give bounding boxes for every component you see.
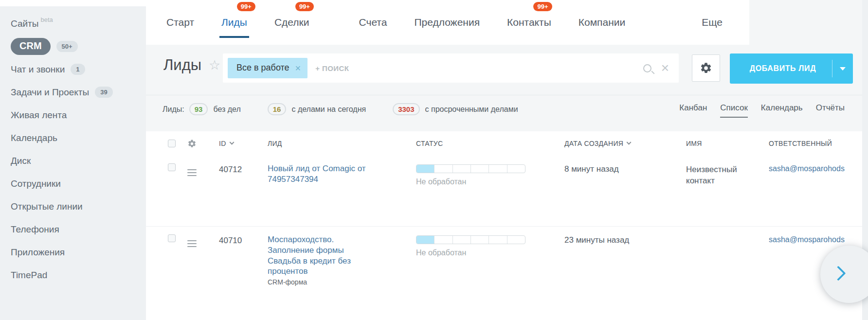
top-navigation: Старт 99+ Лиды 99+ Сделки Счета (146, 0, 749, 45)
sidebar-item-label: TimePad (11, 270, 47, 281)
column-header-id[interactable]: ID (219, 140, 226, 147)
sidebar-item-label: Приложения (11, 247, 65, 258)
search-filter-input[interactable]: Все в работе × + ПОИСК × (223, 53, 679, 83)
stat-count-pill[interactable]: 93 (189, 103, 208, 115)
view-tab[interactable]: Отчёты (816, 103, 845, 118)
nav-tab-label: Старт (166, 17, 194, 28)
sidebar-item-label: Открытые линии (11, 201, 83, 212)
nav-tab-label: Контакты (507, 17, 551, 28)
nav-tab-label: Компании (579, 17, 625, 28)
status-progress-bar (416, 235, 525, 244)
nav-tab-label: Лиды (221, 17, 247, 28)
sidebar-item[interactable]: Диск (0, 149, 146, 172)
nav-tab[interactable]: Компании (579, 0, 625, 45)
view-switcher: Канбан Список Календарь Отчёты (679, 103, 845, 118)
filter-chip[interactable]: Все в работе × (228, 58, 307, 78)
select-all-checkbox[interactable] (168, 140, 176, 147)
main-area: Старт 99+ Лиды 99+ Сделки Счета (146, 0, 862, 320)
row-menu-icon[interactable] (187, 169, 197, 176)
nav-tab[interactable]: Еще (702, 0, 732, 45)
row-checkbox[interactable] (168, 234, 176, 242)
search-icon[interactable] (643, 64, 651, 72)
clear-search-icon[interactable]: × (661, 61, 669, 75)
column-header-created[interactable]: ДАТА СОЗДАНИЯ (564, 140, 623, 147)
sidebar-item[interactable]: Сайты beta (0, 12, 146, 35)
sort-caret-icon[interactable] (627, 140, 632, 144)
column-header-responsible[interactable]: ОТВЕТСТВЕННЫЙ (769, 140, 832, 147)
sidebar-item-label: Живая лента (11, 110, 67, 121)
sort-caret-icon[interactable] (229, 140, 234, 144)
sidebar-item[interactable]: CRM 50+ (0, 35, 146, 58)
stat-item[interactable]: 3303 с просроченными делами (393, 103, 518, 115)
table-row: 40712 Новый лид от Comagic от 7495734739… (146, 156, 862, 226)
nav-tab-label: Предложения (414, 17, 480, 28)
stat-label: с просроченными делами (425, 105, 518, 114)
sidebar-item[interactable]: Сотрудники (0, 172, 146, 195)
column-header-status[interactable]: СТАТУС (416, 140, 443, 147)
lead-id: 40712 (219, 163, 268, 175)
sidebar-item[interactable]: Чат и звонки 1 (0, 58, 146, 81)
table-header-row: ID ЛИД СТАТУС ДАТА СОЗДАНИЯ ИМЯ ОТВЕТСТВ… (146, 131, 862, 156)
add-lead-button[interactable]: ДОБАВИТЬ ЛИД (730, 53, 853, 84)
stat-count-pill[interactable]: 16 (268, 103, 287, 115)
sidebar-item-label: Сайты (11, 18, 38, 29)
gear-icon (700, 62, 712, 74)
sidebar-item-label: CRM (11, 38, 51, 55)
nav-tab-label: Сделки (274, 17, 309, 28)
view-tab[interactable]: Канбан (679, 103, 707, 118)
nav-tab[interactable]: 99+ Сделки (274, 0, 309, 45)
lead-link[interactable]: Моспароходство. Заполнение формы Свадьба… (268, 234, 367, 277)
lead-source: CRM-форма (268, 278, 416, 286)
nav-tab[interactable]: Счета (359, 0, 387, 45)
column-header-lead[interactable]: ЛИД (268, 140, 282, 147)
status-label: Не обработан (416, 249, 564, 257)
column-settings-gear-icon[interactable] (187, 139, 197, 148)
sidebar-item[interactable]: Открытые линии (0, 195, 146, 218)
add-lead-dropdown[interactable] (832, 67, 853, 71)
chevron-down-icon (840, 67, 846, 71)
status-label: Не обработан (416, 178, 564, 186)
view-tab[interactable]: Календарь (761, 103, 803, 118)
sidebar-item[interactable]: TimePad (0, 264, 146, 286)
stat-count-pill[interactable]: 3303 (393, 103, 419, 115)
nav-tab-label: Еще (702, 17, 723, 28)
sidebar-item-label: Задачи и Проекты (11, 87, 89, 98)
lead-id: 40710 (219, 234, 268, 246)
column-header-name[interactable]: ИМЯ (686, 140, 702, 147)
nav-tab[interactable]: Предложения (414, 0, 480, 45)
sidebar-top-strip (0, 0, 146, 6)
counter-badge: 39 (95, 87, 112, 98)
contact-name (686, 234, 749, 235)
nav-tab[interactable]: 99+ Лиды (221, 0, 247, 45)
stat-item[interactable]: 16 с делами на сегодня (268, 103, 366, 115)
row-checkbox[interactable] (168, 163, 176, 171)
favorite-star-icon[interactable]: ☆ (209, 59, 220, 72)
sidebar-item[interactable]: Живая лента (0, 104, 146, 126)
nav-tab[interactable]: 99+ Контакты (507, 0, 551, 45)
responsible-link[interactable]: sasha@mosparohods (769, 163, 845, 173)
notification-badge: 99+ (237, 2, 255, 11)
contact-name: Неизвестный контакт (686, 163, 749, 187)
sidebar-item[interactable]: Приложения (0, 241, 146, 264)
sidebar: Сайты beta CRM 50+ Чат и звонки 1 Задачи… (0, 6, 146, 320)
notification-badge: 99+ (295, 2, 314, 11)
nav-tab[interactable]: Старт (166, 0, 194, 45)
sidebar-item[interactable]: Задачи и Проекты 39 (0, 81, 146, 104)
notification-badge: 99+ (533, 2, 552, 11)
row-menu-icon[interactable] (187, 240, 197, 247)
sidebar-item-label: Чат и звонки (11, 64, 65, 75)
stat-label: без дел (213, 105, 240, 114)
created-time: 23 минуты назад (564, 234, 686, 245)
sidebar-item[interactable]: Календарь (0, 126, 146, 149)
stats-prefix: Лиды: (163, 105, 184, 114)
responsible-link[interactable]: sasha@mosparohods (769, 234, 845, 244)
lead-link[interactable]: Новый лид от Comagic от 74957347394 (268, 163, 367, 185)
chip-remove-icon[interactable]: × (295, 63, 301, 73)
view-tab[interactable]: Список (720, 103, 748, 118)
stat-item[interactable]: 93 без дел (189, 103, 241, 115)
settings-button[interactable] (692, 54, 720, 82)
sidebar-item[interactable]: Телефония (0, 218, 146, 241)
add-lead-label: ДОБАВИТЬ ЛИД (730, 64, 832, 73)
nav-tab-label: Счета (359, 17, 387, 28)
stats-bar: Лиды: 93 без дел 16 с делами на сегодня … (146, 95, 862, 131)
